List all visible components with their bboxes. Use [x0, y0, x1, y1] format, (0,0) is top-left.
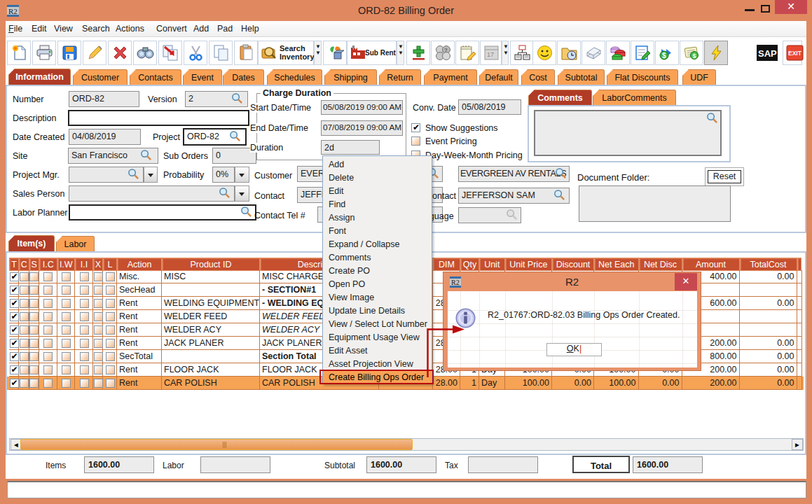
- svg-text:$: $: [693, 52, 696, 59]
- svg-text:SAP: SAP: [758, 48, 777, 59]
- svg-text:$: $: [662, 52, 666, 59]
- svg-text:EXIT: EXIT: [788, 50, 802, 57]
- svg-text:17: 17: [487, 51, 494, 58]
- svg-text:?: ?: [444, 47, 448, 53]
